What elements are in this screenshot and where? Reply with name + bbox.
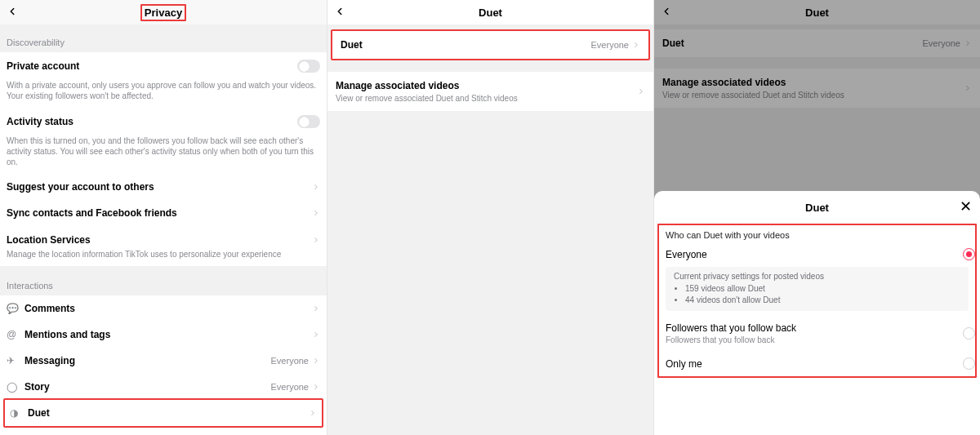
activity-status-toggle[interactable] bbox=[297, 115, 320, 128]
story-value: Everyone bbox=[271, 382, 309, 392]
radio-unselected-icon bbox=[963, 327, 975, 340]
chevron-right-icon bbox=[637, 87, 645, 95]
discoverability-card: Private account With a private account, … bbox=[0, 52, 327, 266]
pane-duet: Duet Duet Everyone Manage associated vid… bbox=[327, 0, 653, 435]
messaging-row[interactable]: ✈ Messaging Everyone bbox=[0, 348, 327, 374]
messaging-label: Messaging bbox=[24, 355, 271, 366]
chevron-right-icon bbox=[632, 41, 640, 49]
private-account-desc: With a private account, only users you a… bbox=[0, 80, 327, 108]
location-services-desc: Manage the location information TikTok u… bbox=[0, 249, 327, 266]
page-title: Duet bbox=[476, 6, 505, 20]
story-label: Story bbox=[24, 381, 271, 393]
pane-duet-sheet: Duet Duet Everyone Manage associated vid… bbox=[653, 0, 980, 435]
pane-privacy: Privacy Discoverability Private account … bbox=[0, 0, 327, 435]
sheet-title: Duet bbox=[805, 202, 829, 214]
option-only-me[interactable]: Only me bbox=[659, 351, 975, 376]
chevron-right-icon bbox=[312, 236, 320, 244]
manage-associated-desc: View or remove associated Duet and Stitc… bbox=[336, 94, 637, 103]
duet-row[interactable]: ◑ Duet bbox=[5, 400, 322, 426]
back-icon[interactable] bbox=[7, 5, 18, 20]
infobox-line-1: 159 videos allow Duet bbox=[685, 283, 960, 295]
page-title: Privacy bbox=[140, 4, 186, 21]
private-account-label: Private account bbox=[7, 60, 297, 72]
activity-status-label: Activity status bbox=[7, 116, 297, 127]
location-services-label: Location Services bbox=[7, 234, 312, 246]
chevron-right-icon bbox=[309, 409, 317, 417]
close-icon[interactable]: ✕ bbox=[960, 199, 972, 214]
chevron-right-icon bbox=[312, 357, 320, 365]
mentions-label: Mentions and tags bbox=[24, 329, 312, 340]
stitch-row[interactable]: ▭ Stitch bbox=[0, 431, 327, 435]
radio-selected-icon bbox=[963, 248, 975, 260]
chevron-right-icon bbox=[312, 304, 320, 313]
comments-label: Comments bbox=[24, 303, 312, 314]
manage-associated-label: Manage associated videos bbox=[336, 80, 637, 91]
interactions-card: 💬 Comments @ Mentions and tags ✈ Messagi… bbox=[0, 295, 327, 435]
option-everyone-label: Everyone bbox=[666, 249, 963, 260]
duet-icon: ◑ bbox=[10, 407, 28, 419]
infobox-line-2: 44 videos don't allow Duet bbox=[685, 295, 960, 306]
duet-label: Duet bbox=[28, 407, 309, 419]
radio-unselected-icon bbox=[963, 357, 975, 370]
messaging-value: Everyone bbox=[271, 356, 309, 366]
current-settings-infobox: Current privacy settings for posted vide… bbox=[666, 267, 969, 311]
sync-contacts-label: Sync contacts and Facebook friends bbox=[7, 207, 312, 219]
chevron-right-icon bbox=[312, 183, 320, 191]
duet-setting-label: Duet bbox=[341, 39, 591, 51]
infobox-heading: Current privacy settings for posted vide… bbox=[674, 272, 960, 281]
duet-setting-value: Everyone bbox=[591, 40, 629, 50]
sheet-body-highlight: Who can Duet with your videos Everyone C… bbox=[657, 224, 977, 378]
header: Duet bbox=[327, 0, 653, 24]
sheet-header: Duet ✕ bbox=[654, 191, 980, 224]
activity-status-desc: When this is turned on, you and the foll… bbox=[0, 135, 327, 174]
story-icon: ◯ bbox=[7, 381, 24, 393]
section-discoverability: Discoverability bbox=[0, 24, 327, 52]
mentions-icon: @ bbox=[7, 329, 24, 340]
activity-status-row: Activity status bbox=[0, 108, 327, 135]
suggest-account-row[interactable]: Suggest your account to others bbox=[0, 174, 327, 200]
option-followers-sublabel: Followers that you follow back bbox=[666, 335, 963, 344]
suggest-account-label: Suggest your account to others bbox=[7, 181, 312, 193]
manage-associated-row[interactable]: Manage associated videos View or remove … bbox=[327, 72, 653, 111]
mentions-row[interactable]: @ Mentions and tags bbox=[0, 322, 327, 348]
comments-row[interactable]: 💬 Comments bbox=[0, 295, 327, 322]
option-everyone[interactable]: Everyone bbox=[659, 242, 975, 267]
duet-options-sheet: Duet ✕ Who can Duet with your videos Eve… bbox=[654, 191, 980, 435]
section-interactions: Interactions bbox=[0, 268, 327, 295]
chevron-right-icon bbox=[312, 209, 320, 217]
header: Privacy bbox=[0, 0, 327, 24]
location-services-row[interactable]: Location Services bbox=[0, 226, 327, 249]
duet-setting-row[interactable]: Duet Everyone bbox=[332, 31, 648, 59]
chevron-right-icon bbox=[312, 383, 320, 391]
who-can-duet-label: Who can Duet with your videos bbox=[659, 225, 975, 242]
private-account-row: Private account bbox=[0, 52, 327, 80]
comments-icon: 💬 bbox=[7, 303, 24, 314]
story-row[interactable]: ◯ Story Everyone bbox=[0, 374, 327, 400]
chevron-right-icon bbox=[312, 331, 320, 339]
sync-contacts-row[interactable]: Sync contacts and Facebook friends bbox=[0, 200, 327, 226]
private-account-toggle[interactable] bbox=[297, 60, 320, 73]
option-only-me-label: Only me bbox=[666, 358, 963, 370]
back-icon[interactable] bbox=[334, 5, 345, 20]
messaging-icon: ✈ bbox=[7, 355, 24, 366]
duet-row-highlight: Duet Everyone bbox=[331, 29, 650, 60]
option-followers-label: Followers that you follow back bbox=[666, 322, 963, 334]
option-followers[interactable]: Followers that you follow back Followers… bbox=[659, 316, 975, 351]
duet-highlight: ◑ Duet bbox=[3, 398, 323, 428]
